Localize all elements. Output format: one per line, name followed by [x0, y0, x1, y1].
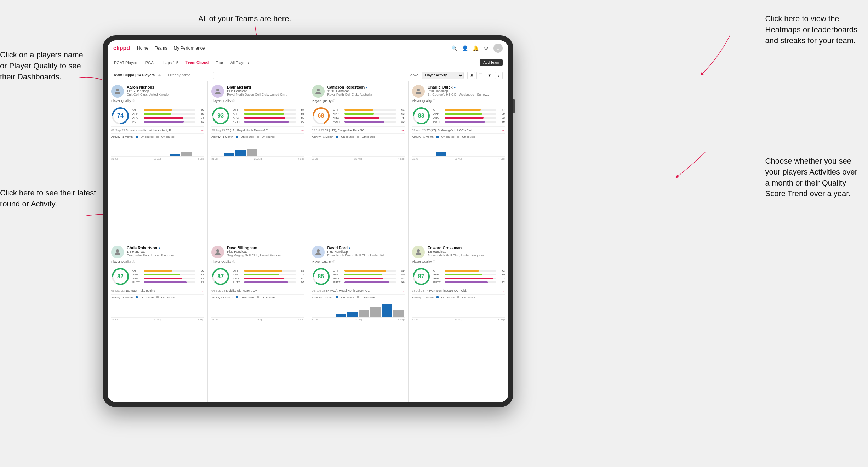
- player-info: Dave Billingham Plus Handicap Sag Maging…: [227, 246, 304, 257]
- list-view-button[interactable]: ☰: [476, 72, 484, 79]
- quality-label: Player Quality ⓘ: [312, 260, 405, 264]
- round-arrow-icon[interactable]: →: [200, 128, 204, 132]
- round-arrow-icon[interactable]: →: [501, 289, 505, 293]
- bell-icon[interactable]: 🔔: [472, 45, 479, 51]
- stat-row: ARG 103: [433, 277, 505, 280]
- chart-date: 4 Sep: [398, 158, 404, 160]
- annotation-bottom-left: Click here to see their latestround or A…: [0, 188, 96, 210]
- stat-value: 83: [398, 277, 405, 280]
- quality-section: 85 OTT 89 APP 80 ARG 83: [312, 267, 405, 286]
- round-text: 26 Aug 23 84 (+12), Royal North Devon GC: [312, 289, 370, 292]
- round-info: 05 Mar 23 19; Must make putting →: [111, 287, 204, 293]
- player-name[interactable]: Blair McHarg: [227, 85, 304, 89]
- activity-title: Activity · 1 Month: [312, 296, 333, 299]
- quality-circle[interactable]: 93: [211, 107, 230, 125]
- activity-title: Activity · 1 Month: [111, 135, 133, 138]
- off-course-dot: [156, 136, 159, 138]
- quality-circle[interactable]: 83: [412, 107, 430, 125]
- nav-my-performance[interactable]: My Performance: [173, 46, 205, 51]
- player-name[interactable]: Charlie Quick ●: [428, 85, 505, 89]
- round-arrow-icon[interactable]: →: [200, 289, 204, 293]
- player-name[interactable]: Chris Robertson ●: [127, 246, 204, 250]
- round-arrow-icon[interactable]: →: [401, 128, 405, 132]
- stat-label: PUTT: [433, 281, 443, 284]
- on-course-dot: [236, 296, 238, 298]
- player-name[interactable]: Edward Crossman: [428, 246, 505, 250]
- chart-area: [312, 301, 405, 318]
- stat-value: 58: [197, 112, 204, 115]
- stat-bar-container: [344, 281, 396, 283]
- stat-bar-container: [445, 109, 496, 111]
- quality-number: 85: [318, 273, 324, 280]
- brand-logo[interactable]: clippd: [113, 45, 130, 51]
- tab-all-players[interactable]: All Players: [230, 56, 250, 69]
- player-card: David Ford ● Plus Handicap Royal North D…: [308, 242, 408, 403]
- round-arrow-icon[interactable]: →: [501, 128, 505, 132]
- stat-bar-container: [445, 274, 496, 275]
- round-arrow-icon[interactable]: →: [301, 289, 304, 293]
- tab-tour[interactable]: Tour: [215, 56, 224, 69]
- activity-section: Activity · 1 Month On course Off course …: [312, 294, 405, 321]
- stat-value: 85: [297, 277, 304, 280]
- player-name[interactable]: Dave Billingham: [227, 246, 304, 250]
- search-icon[interactable]: 🔍: [451, 45, 457, 51]
- chart-date: 31 Jul: [412, 318, 419, 321]
- quality-circle[interactable]: 74: [111, 107, 130, 125]
- chart-area: [312, 140, 405, 157]
- stat-value: 96: [398, 281, 405, 284]
- round-arrow-icon[interactable]: →: [401, 289, 405, 293]
- settings-icon[interactable]: ⚙: [483, 45, 489, 51]
- quality-circle[interactable]: 85: [312, 267, 330, 286]
- player-club: Craigmillar Park, United Kingdom: [127, 254, 204, 257]
- stat-value: 88: [297, 116, 304, 119]
- player-name[interactable]: Aaron Nicholls: [127, 85, 204, 89]
- sort-button[interactable]: ↕: [495, 72, 503, 79]
- quality-label: Player Quality ⓘ: [111, 99, 204, 103]
- round-arrow-icon[interactable]: →: [301, 128, 304, 132]
- stat-bar-container: [244, 281, 296, 283]
- annotation-top-right: Click here to view theHeatmaps or leader…: [765, 13, 857, 46]
- nav-home[interactable]: Home: [137, 46, 148, 51]
- stat-bar: [445, 281, 488, 283]
- quality-circle[interactable]: 87: [412, 267, 430, 286]
- tab-team-clippd[interactable]: Team Clippd: [185, 56, 209, 69]
- show-dropdown[interactable]: Player Activity Quality Score Trend: [422, 72, 464, 79]
- stat-value: 86: [498, 120, 505, 123]
- chart-bar: [170, 154, 181, 156]
- stat-value: 84: [297, 108, 304, 112]
- player-avatar: [111, 85, 124, 98]
- tab-pga[interactable]: PGA: [145, 56, 154, 69]
- stats-bars: OTT 84 APP 85 ARG 88 PUTT 9: [233, 108, 304, 123]
- avatar[interactable]: U: [493, 44, 503, 53]
- chart-date: 4 Sep: [498, 318, 505, 321]
- grid-view-button[interactable]: ⊞: [467, 72, 475, 79]
- stat-value: 60: [197, 108, 204, 112]
- filter-button[interactable]: ▼: [486, 72, 493, 79]
- filter-search-input[interactable]: [165, 72, 214, 79]
- quality-number: 87: [217, 273, 224, 280]
- round-text: 07 Aug 23 77 (+7), St George's Hill GC -…: [412, 129, 475, 132]
- player-name[interactable]: David Ford ●: [327, 246, 405, 250]
- player-header: Chris Robertson ● 1:5 Handicap Craigmill…: [111, 246, 204, 258]
- chart-date: 21 Aug: [254, 158, 262, 160]
- add-team-button[interactable]: Add Team: [480, 59, 503, 66]
- stat-label: PUTT: [333, 281, 343, 284]
- player-handicap: Plus Handicap: [227, 89, 304, 93]
- stat-bar: [144, 109, 172, 111]
- player-info: Chris Robertson ● 1:5 Handicap Craigmill…: [127, 246, 204, 257]
- tab-pgat[interactable]: PGAT Players: [113, 56, 139, 69]
- profile-icon[interactable]: 👤: [462, 45, 468, 51]
- quality-circle[interactable]: 82: [111, 267, 130, 286]
- player-name[interactable]: Cameron Robertson ●: [327, 85, 405, 89]
- edit-icon[interactable]: ✏: [158, 73, 161, 77]
- round-text: 02 Jul 23 59 (+17), Craigmillar Park GC: [312, 129, 365, 132]
- stat-bar: [344, 117, 380, 119]
- quality-label: Player Quality ⓘ: [211, 260, 304, 264]
- quality-circle[interactable]: 68: [312, 107, 330, 125]
- stat-bar-container: [344, 121, 396, 123]
- nav-teams[interactable]: Teams: [155, 46, 167, 51]
- annotation-top-center: All of your Teams are here.: [198, 13, 291, 24]
- tab-hcaps[interactable]: Hcaps 1-5: [160, 56, 179, 69]
- quality-number: 68: [318, 113, 324, 119]
- quality-circle[interactable]: 87: [211, 267, 230, 286]
